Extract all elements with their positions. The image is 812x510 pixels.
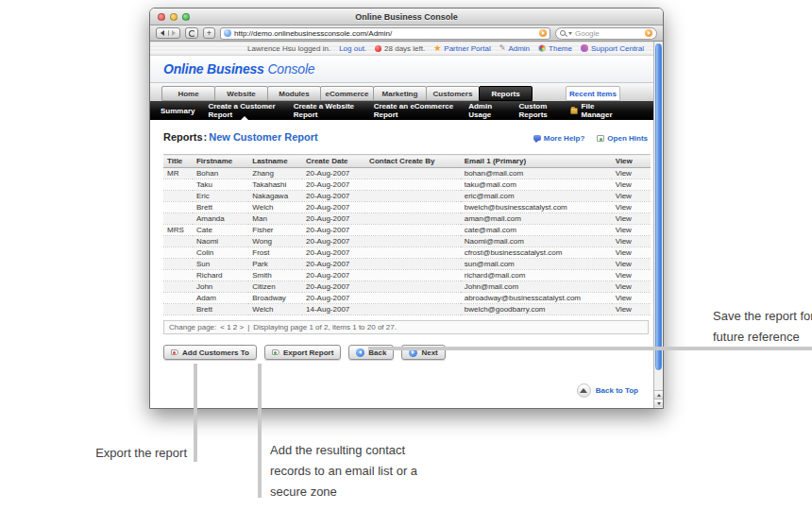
add-customers-button[interactable]: Add Customers To	[163, 345, 257, 360]
tab-modules[interactable]: Modules	[267, 86, 321, 101]
forward-button[interactable]	[168, 30, 180, 36]
subnav-create-ecommerce-report[interactable]: Create an eCommerce Report	[367, 101, 463, 120]
page: Online Business Console + http://demo.on…	[0, 0, 812, 510]
admin-link[interactable]: ✎ Admin	[499, 44, 530, 53]
back-to-top-link[interactable]: Back to Top	[577, 383, 638, 398]
subnav-custom-reports[interactable]: Custom Reports	[513, 101, 571, 120]
cell-title	[163, 293, 193, 304]
support-central-link[interactable]: Support Central	[581, 44, 644, 53]
cell-firstname: Brett	[193, 304, 248, 315]
col-header-view: View	[612, 155, 651, 168]
search-placeholder[interactable]: Google	[575, 29, 642, 38]
table-row: ColinFrost20-Aug-2007cfrost@businesscata…	[163, 247, 651, 259]
scroll-down-button[interactable]	[654, 399, 663, 407]
open-hints-icon	[597, 135, 604, 142]
reload-button[interactable]	[185, 27, 198, 39]
cell-firstname: Sun	[193, 259, 248, 270]
cell-view[interactable]: View	[612, 236, 651, 247]
cell-email: abroadway@businesscatalyst.com	[461, 293, 612, 304]
cell-contact_create_by	[365, 293, 461, 304]
tab-recent-items[interactable]: Recent Items	[566, 86, 620, 101]
col-header-firstname: Firstname	[193, 155, 248, 168]
address-bar[interactable]: http://demo.onlinebusinessconsole.com/Ad…	[220, 27, 550, 40]
back-button[interactable]	[157, 30, 168, 36]
tab-customers[interactable]: Customers	[426, 86, 480, 101]
cell-view[interactable]: View	[612, 168, 651, 179]
cell-view[interactable]: View	[612, 270, 651, 281]
cell-firstname: Bohan	[193, 168, 248, 179]
window-title: Online Business Console	[355, 12, 458, 22]
subnav-create-website-report[interactable]: Create a Website Report	[287, 101, 367, 120]
partner-portal-link[interactable]: ★ Partner Portal	[433, 44, 490, 53]
cell-lastname: Zhang	[248, 168, 302, 179]
cell-view[interactable]: View	[612, 293, 651, 304]
logout-link[interactable]: Log out.	[339, 44, 366, 53]
scroll-up-button[interactable]	[654, 390, 663, 399]
cell-contact_create_by	[365, 270, 461, 281]
cell-create_date: 20-Aug-2007	[302, 247, 365, 259]
cell-email: richard@mail.com	[461, 270, 612, 281]
pagination-summary: Displaying page 1 of 2, items 1 to 20 of…	[253, 323, 397, 332]
table-row: BrettWelch20-Aug-2007bwelch@businesscata…	[163, 202, 651, 213]
cell-title	[163, 304, 193, 315]
cell-view[interactable]: View	[612, 179, 651, 191]
cell-view[interactable]: View	[612, 304, 651, 315]
theme-link[interactable]: Theme	[538, 44, 572, 53]
cell-contact_create_by	[365, 236, 461, 247]
search-icon	[560, 30, 566, 36]
cell-view[interactable]: View	[612, 191, 651, 202]
add-bookmark-button[interactable]: +	[203, 27, 215, 39]
scrollbar[interactable]	[653, 42, 663, 408]
cell-email: cate@mail.com	[461, 225, 612, 236]
cell-create_date: 20-Aug-2007	[302, 225, 365, 236]
cell-view[interactable]: View	[612, 202, 651, 213]
logged-in-text: Lawrence Hsu logged in.	[247, 44, 330, 53]
browser-toolbar: + http://demo.onlinebusinessconsole.com/…	[150, 26, 663, 42]
snapback-icon[interactable]	[645, 29, 652, 37]
cell-email: bwelch@goodbarry.com	[461, 304, 612, 315]
tab-reports[interactable]: Reports	[479, 86, 533, 101]
close-icon[interactable]	[158, 13, 165, 21]
search-options-icon[interactable]	[568, 32, 572, 35]
url-text[interactable]: http://demo.onlinebusinessconsole.com/Ad…	[234, 29, 536, 38]
cell-lastname: Welch	[248, 304, 302, 315]
cell-title: MR	[163, 168, 193, 179]
tab-website[interactable]: Website	[214, 86, 268, 101]
cell-view[interactable]: View	[612, 213, 651, 225]
open-hints-link[interactable]: Open Hints	[597, 134, 648, 143]
tab-home[interactable]: Home	[161, 86, 215, 101]
cell-create_date: 20-Aug-2007	[302, 259, 365, 270]
page-links[interactable]: < 1 2 >	[220, 323, 244, 332]
back-circle-icon	[356, 348, 364, 357]
callout-line-add	[258, 364, 262, 498]
scrollbar-thumb[interactable]	[655, 43, 662, 370]
search-field[interactable]: Google	[555, 27, 657, 40]
rss-icon[interactable]	[539, 29, 547, 37]
export-report-button[interactable]: Export Report	[264, 345, 341, 360]
table-header-row: TitleFirstnameLastnameCreate DateContact…	[163, 155, 651, 168]
cell-view[interactable]: View	[612, 259, 651, 270]
subnav-summary[interactable]: Summary	[154, 101, 201, 120]
more-help-link[interactable]: More Help?	[533, 134, 585, 143]
subnav-create-customer-report[interactable]: Create a Customer Report	[201, 101, 286, 120]
table-row: MRBohanZhang20-Aug-2007bohan@mail.comVie…	[163, 168, 651, 179]
tab-marketing[interactable]: Marketing	[373, 86, 427, 101]
cell-firstname: Adam	[193, 293, 248, 304]
table-row: TakuTakahashi20-Aug-2007taku@mail.comVie…	[163, 179, 651, 191]
zoom-icon[interactable]	[182, 13, 190, 21]
reports-subnav: Summary Create a Customer Report Create …	[150, 101, 663, 120]
cell-create_date: 20-Aug-2007	[302, 191, 365, 202]
tab-ecommerce[interactable]: eCommerce	[320, 86, 374, 101]
file-manager-link[interactable]: File Manager	[570, 102, 616, 119]
cell-view[interactable]: View	[612, 247, 651, 259]
window-titlebar[interactable]: Online Business Console	[150, 8, 663, 26]
minimize-icon[interactable]	[170, 13, 178, 21]
cell-lastname: Man	[248, 213, 302, 225]
cell-title	[163, 236, 193, 247]
cell-view[interactable]: View	[612, 281, 651, 293]
more-help-icon	[533, 135, 541, 141]
subnav-admin-usage[interactable]: Admin Usage	[462, 101, 512, 120]
cell-view[interactable]: View	[612, 225, 651, 236]
cell-firstname: Colin	[193, 247, 248, 259]
star-icon: ★	[433, 44, 441, 53]
